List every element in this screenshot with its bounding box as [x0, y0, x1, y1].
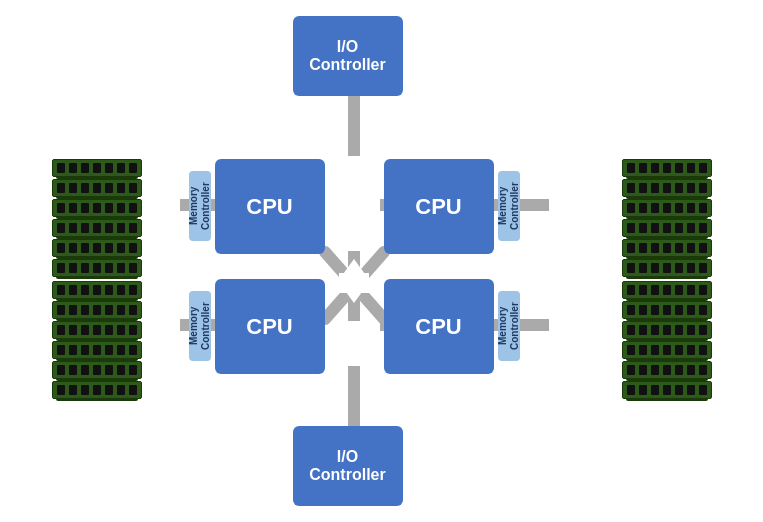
ram-group-top-left: [52, 159, 142, 277]
svg-marker-12: [338, 259, 370, 303]
architecture-diagram: I/O Controller CPU CPU CPU CPU Memory Co…: [32, 11, 732, 511]
ram-chip: [52, 341, 142, 359]
svg-line-9: [325, 252, 384, 319]
svg-rect-1: [348, 251, 360, 321]
mc-top-left: Memory Controller: [189, 171, 211, 241]
cpu-top-left: CPU: [215, 159, 325, 254]
io-controller-top: I/O Controller: [293, 16, 403, 96]
ram-chip: [52, 239, 142, 257]
mc-top-right: Memory Controller: [498, 171, 520, 241]
cpu-bottom-right: CPU: [384, 279, 494, 374]
ram-chip: [622, 179, 712, 197]
ram-chip: [52, 199, 142, 217]
ram-chip: [52, 381, 142, 399]
svg-line-10: [325, 252, 384, 319]
mc-bottom-left: Memory Controller: [189, 291, 211, 361]
ram-chip: [52, 301, 142, 319]
svg-rect-11: [339, 273, 369, 293]
ram-chip: [52, 259, 142, 277]
io-controller-bottom: I/O Controller: [293, 426, 403, 506]
ram-chip: [52, 281, 142, 299]
ram-chip: [622, 239, 712, 257]
ram-chip: [622, 341, 712, 359]
ram-chip: [622, 199, 712, 217]
ram-chip: [622, 361, 712, 379]
ram-chip: [622, 301, 712, 319]
ram-chip: [622, 281, 712, 299]
ram-chip: [52, 321, 142, 339]
cpu-top-right: CPU: [384, 159, 494, 254]
ram-group-bottom-right: [622, 281, 712, 399]
ram-chip: [622, 159, 712, 177]
mc-bottom-right: Memory Controller: [498, 291, 520, 361]
ram-chip: [622, 321, 712, 339]
ram-chip: [52, 219, 142, 237]
ram-chip: [52, 179, 142, 197]
ram-group-bottom-left: [52, 281, 142, 399]
ram-chip: [622, 219, 712, 237]
svg-rect-0: [348, 91, 360, 156]
ram-group-top-right: [622, 159, 712, 277]
svg-rect-2: [348, 366, 360, 431]
ram-chip: [52, 159, 142, 177]
ram-chip: [52, 361, 142, 379]
ram-chip: [622, 259, 712, 277]
cpu-bottom-left: CPU: [215, 279, 325, 374]
ram-chip: [622, 381, 712, 399]
